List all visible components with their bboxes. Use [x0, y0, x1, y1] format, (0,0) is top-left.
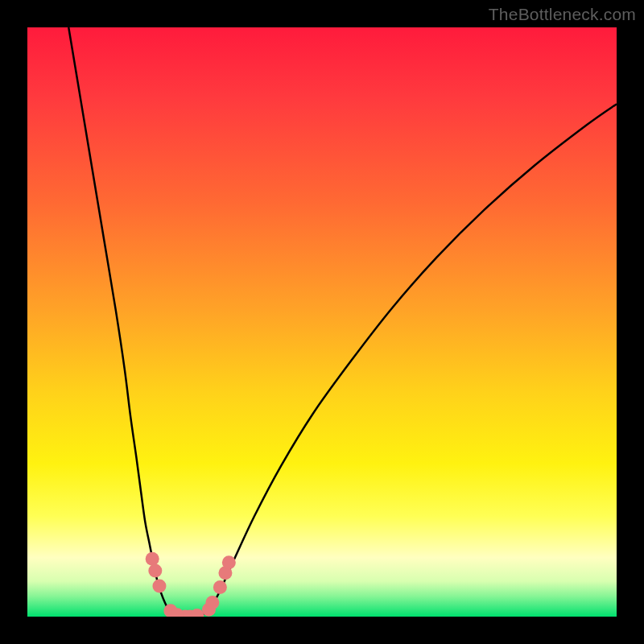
marker-point — [213, 580, 227, 594]
marker-point — [222, 555, 236, 569]
attribution-text: TheBottleneck.com — [489, 5, 636, 24]
chart-svg — [27, 27, 617, 617]
plot-area — [27, 27, 617, 617]
marker-point — [148, 564, 162, 577]
marker-point — [152, 579, 166, 592]
outer-frame: TheBottleneck.com — [0, 0, 644, 644]
marker-point — [205, 596, 219, 609]
marker-point — [146, 552, 159, 566]
gradient-background — [27, 27, 617, 617]
